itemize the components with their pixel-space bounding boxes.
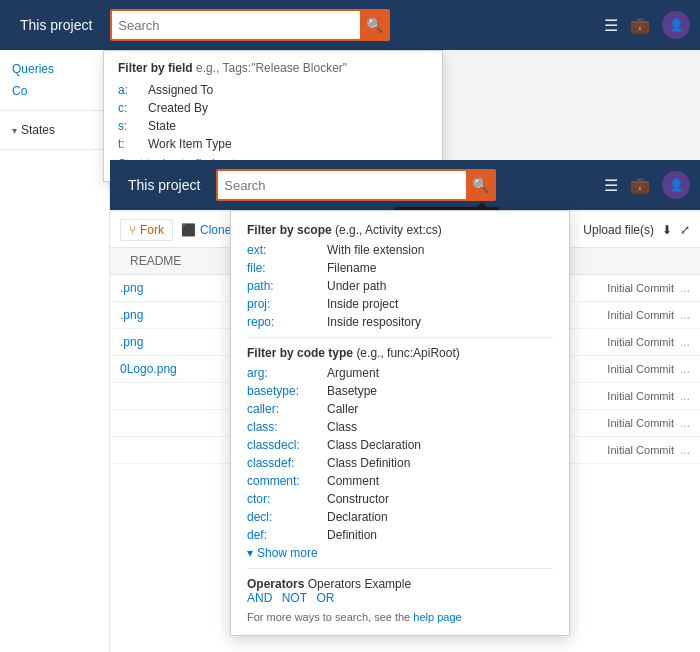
top-nav-fore: This project 🔍 Get search results ☰ 💼 👤 xyxy=(110,160,700,210)
top-nav-behind: This project 🔍 ☰ 💼 👤 xyxy=(0,0,700,50)
scope-key-path[interactable]: path: xyxy=(247,279,327,293)
download-icon[interactable]: ⬇ xyxy=(662,223,672,237)
code-row-class: class: Class xyxy=(247,420,553,434)
file-commit-0: Initial Commit xyxy=(607,282,674,294)
scope-key-ext[interactable]: ext: xyxy=(247,243,327,257)
states-label: States xyxy=(21,123,55,137)
fork-button[interactable]: ⑂ Fork xyxy=(120,219,173,241)
list-icon-behind[interactable]: ☰ xyxy=(604,16,618,35)
op-and[interactable]: AND xyxy=(247,591,272,605)
clone-button[interactable]: ⬛ Clone xyxy=(181,223,231,237)
code-row-ctor: ctor: Constructor xyxy=(247,492,553,506)
avatar-fore[interactable]: 👤 xyxy=(662,171,690,199)
code-row-arg: arg: Argument xyxy=(247,366,553,380)
search-input-fore[interactable] xyxy=(224,178,466,193)
filter-hint-behind: e.g., Tags:"Release Blocker" xyxy=(196,61,347,75)
code-key-comment[interactable]: comment: xyxy=(247,474,327,488)
file-dots-1[interactable]: ... xyxy=(680,308,690,322)
briefcase-icon-behind[interactable]: 💼 xyxy=(630,16,650,35)
code-desc-basetype: Basetype xyxy=(327,384,377,398)
filter-desc-a: Assigned To xyxy=(148,83,213,97)
file-dots-2[interactable]: ... xyxy=(680,335,690,349)
code-key-caller[interactable]: caller: xyxy=(247,402,327,416)
code-hint: (e.g., func:ApiRoot) xyxy=(356,346,459,360)
search-btn-fore[interactable]: 🔍 xyxy=(466,171,494,199)
filter-key-s[interactable]: s: xyxy=(118,119,148,133)
scope-desc-proj: Inside project xyxy=(327,297,398,311)
sidebar-item-queries[interactable]: Queries xyxy=(6,58,103,80)
nav-icons-fore: ☰ 💼 👤 xyxy=(604,171,690,199)
file-dots-0[interactable]: ... xyxy=(680,281,690,295)
code-key-class[interactable]: class: xyxy=(247,420,327,434)
file-dots-6[interactable]: ... xyxy=(680,443,690,457)
op-or[interactable]: OR xyxy=(316,591,334,605)
help-page-link[interactable]: help page xyxy=(413,611,461,623)
project-name-behind: This project xyxy=(10,11,102,39)
code-desc-classdecl: Class Declaration xyxy=(327,438,421,452)
code-key-decl[interactable]: decl: xyxy=(247,510,327,524)
main-dropdown: Filter by scope (e.g., Activity ext:cs) … xyxy=(230,210,570,636)
expand-icon[interactable]: ⤢ xyxy=(680,223,690,237)
operators-title: Operators xyxy=(247,577,304,591)
filter-desc-t: Work Item Type xyxy=(148,137,232,151)
states-dropdown[interactable]: ▾ States xyxy=(6,119,103,141)
scope-desc-path: Under path xyxy=(327,279,386,293)
scope-section-label: Filter by scope (e.g., Activity ext:cs) xyxy=(247,223,553,237)
code-desc-classdef: Class Definition xyxy=(327,456,410,470)
clone-icon: ⬛ xyxy=(181,223,196,237)
code-key-classdecl[interactable]: classdecl: xyxy=(247,438,327,452)
code-key-basetype[interactable]: basetype: xyxy=(247,384,327,398)
filter-row-s: s: State xyxy=(118,119,428,133)
filter-key-c[interactable]: c: xyxy=(118,101,148,115)
file-dots-5[interactable]: ... xyxy=(680,416,690,430)
scope-key-repo[interactable]: repo: xyxy=(247,315,327,329)
scope-desc-repo: Inside respository xyxy=(327,315,421,329)
filter-key-a[interactable]: a: xyxy=(118,83,148,97)
help-text: For more ways to search, see the help pa… xyxy=(247,611,553,623)
upload-label[interactable]: Upload file(s) xyxy=(583,223,654,237)
show-more-button[interactable]: ▾ Show more xyxy=(247,546,553,560)
search-btn-behind[interactable]: 🔍 xyxy=(360,11,388,39)
filter-key-t[interactable]: t: xyxy=(118,137,148,151)
filter-desc-s: State xyxy=(148,119,176,133)
readme-label: README xyxy=(130,254,181,268)
code-desc-comment: Comment xyxy=(327,474,379,488)
scope-key-file[interactable]: file: xyxy=(247,261,327,275)
code-key-arg[interactable]: arg: xyxy=(247,366,327,380)
sidebar-states-section: ▾ States xyxy=(0,111,109,150)
nav-icons-behind: ☰ 💼 👤 xyxy=(604,11,690,39)
left-sidebar: Queries Co ▾ States xyxy=(0,50,110,652)
filter-title-behind: Filter by field e.g., Tags:"Release Bloc… xyxy=(118,61,428,75)
code-key-classdef[interactable]: classdef: xyxy=(247,456,327,470)
scope-row-path: path: Under path xyxy=(247,279,553,293)
list-icon-fore[interactable]: ☰ xyxy=(604,176,618,195)
dropdown-arrow-icon: ▾ xyxy=(12,125,17,136)
fork-icon: ⑂ xyxy=(129,223,136,237)
filter-row-c: c: Created By xyxy=(118,101,428,115)
code-desc-decl: Declaration xyxy=(327,510,388,524)
code-desc-def: Definition xyxy=(327,528,377,542)
file-dots-4[interactable]: ... xyxy=(680,389,690,403)
search-input-behind[interactable] xyxy=(118,18,360,33)
code-row-def: def: Definition xyxy=(247,528,553,542)
code-key-ctor[interactable]: ctor: xyxy=(247,492,327,506)
scope-hint: (e.g., Activity ext:cs) xyxy=(335,223,442,237)
op-not[interactable]: NOT xyxy=(282,591,307,605)
scope-key-proj[interactable]: proj: xyxy=(247,297,327,311)
code-title: Filter by code type xyxy=(247,346,353,360)
avatar-behind[interactable]: 👤 xyxy=(662,11,690,39)
briefcase-icon-fore[interactable]: 💼 xyxy=(630,176,650,195)
sidebar-item-co[interactable]: Co xyxy=(6,80,103,102)
scope-row-ext: ext: With file extension xyxy=(247,243,553,257)
code-section-label: Filter by code type (e.g., func:ApiRoot) xyxy=(247,346,553,360)
code-key-def[interactable]: def: xyxy=(247,528,327,542)
code-desc-arg: Argument xyxy=(327,366,379,380)
code-desc-ctor: Constructor xyxy=(327,492,389,506)
search-box-behind[interactable]: 🔍 xyxy=(110,9,390,41)
code-row-comment: comment: Comment xyxy=(247,474,553,488)
code-row-decl: decl: Declaration xyxy=(247,510,553,524)
search-box-fore[interactable]: 🔍 Get search results xyxy=(216,169,496,201)
file-commit-2: Initial Commit xyxy=(607,336,674,348)
code-row-basetype: basetype: Basetype xyxy=(247,384,553,398)
file-dots-3[interactable]: ... xyxy=(680,362,690,376)
